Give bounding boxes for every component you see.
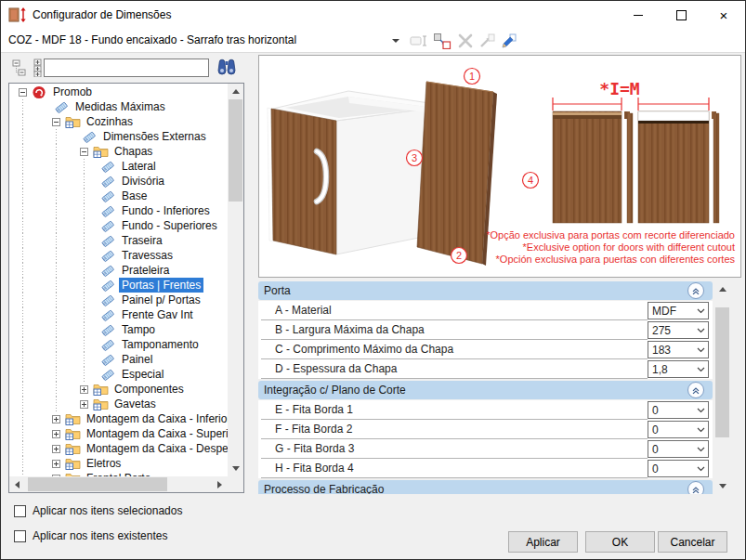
aplicar-button[interactable]: Aplicar [508,531,578,553]
tree-item-frente-gav-int[interactable]: Frente Gav Int [9,307,228,322]
tree-item-divisoria[interactable]: Divisória [9,174,228,189]
tree-item-promob[interactable]: Promob [9,85,228,99]
section-header-processo-de-fabricacao[interactable]: Processo de Fabricação [258,480,713,494]
tree-item-label: Lateral [119,159,159,174]
tree-item-montagem-da-caixa-despen[interactable]: Montagem da Caixa - Despen [9,441,228,456]
property-value: 0 [652,462,659,475]
close-button[interactable]: × [702,1,745,29]
collapse-section-icon[interactable] [687,481,704,494]
scroll-down-icon[interactable] [714,478,730,494]
property-value-dropdown[interactable]: MDF [648,302,709,319]
tree-item-painel[interactable]: Painel [9,352,228,367]
tree-item-dimensoes-externas[interactable]: Dimensões Externas [9,129,228,144]
property-value-dropdown[interactable]: 0 [648,421,709,438]
cancelar-button[interactable]: Cancelar [658,531,727,553]
tree-item-label: Portas | Frentes [119,278,203,293]
property-label: D - Espessura da Chapa [261,359,648,379]
horizontal-scroll-thumb[interactable] [28,477,167,491]
tree-item-montagem-da-caixa-superio[interactable]: Montagem da Caixa - Superio [9,426,228,441]
collapse-icon[interactable] [52,118,60,126]
vertical-scroll-thumb[interactable] [229,99,242,202]
scroll-left-icon[interactable] [9,476,25,492]
property-value-dropdown[interactable]: 275 [648,321,709,339]
expand-icon[interactable] [52,430,60,438]
delete-icon[interactable] [455,31,476,50]
tree-item-base[interactable]: Base [9,189,228,203]
tree-horizontal-scrollbar[interactable] [9,476,228,492]
tree-item-label: Fundo - Inferiores [119,203,213,218]
checkbox-icon[interactable] [14,505,26,517]
tree-item-cozinhas[interactable]: Cozinhas [9,114,228,129]
folder-icon [65,457,81,471]
tree-item-label: Base [119,189,150,203]
properties-scrollbar[interactable] [714,281,730,494]
property-value-dropdown[interactable]: 183 [648,341,709,358]
section-header-porta[interactable]: Porta [258,281,713,300]
minimize-button[interactable] [617,1,660,29]
property-value: 0 [652,423,659,436]
tree-item-fundo-superiores[interactable]: Fundo - Superiores [9,218,228,233]
tree-item-travessas[interactable]: Travessas [9,248,228,263]
property-value-dropdown[interactable]: 0 [648,401,709,419]
tree-item-label: Montagem da Caixa - Despen [84,441,228,456]
tree-item-painel-p-portas[interactable]: Painel p/ Portas [9,293,228,307]
scroll-down-icon[interactable] [228,461,243,476]
folder-icon [93,383,109,397]
collapse-all-icon[interactable] [12,59,29,77]
section-header-integracao-c-plano-de-corte[interactable]: Integração c/ Plano de Corte [258,381,713,399]
search-input[interactable] [44,59,209,77]
property-value-dropdown[interactable]: 0 [648,460,709,477]
tree-item-chapas[interactable]: Chapas [9,144,228,159]
maximize-button[interactable] [660,1,702,29]
tree-item-label: Divisória [119,174,167,189]
title-bar[interactable]: Configurador de Dimensões × [1,1,745,29]
tree-item-traseira[interactable]: Traseira [9,233,228,248]
ok-button[interactable]: OK [585,531,655,553]
expand-icon[interactable] [80,400,88,409]
folder-icon [93,145,109,159]
chevron-down-icon[interactable] [392,39,399,43]
tree-item-gavetas[interactable]: Gavetas [9,397,228,411]
tree-item-montagem-da-caixa-inferior[interactable]: Montagem da Caixa - Inferior [9,411,228,426]
tag-icon [100,293,116,307]
apply-arrow-icon[interactable] [477,31,497,50]
tree-item-label: Painel [119,352,155,367]
tree-item-componentes[interactable]: Componentes [9,382,228,397]
tree-vertical-scrollbar[interactable] [228,84,243,476]
tree-item-prateleira[interactable]: Prateleira [9,263,228,278]
tree-item-tampo[interactable]: Tampo [9,322,228,337]
edit-icon[interactable] [498,31,518,50]
apply-existing-label: Aplicar nos itens existentes [33,529,167,542]
collapse-section-icon[interactable] [687,382,704,398]
checkbox-icon[interactable] [14,530,26,542]
preview-panel: *I=M 1 2 3 4 *Opção exclusiva para porta… [258,55,741,278]
tree-item-portas-frentes[interactable]: Portas | Frentes [9,278,228,293]
collapse-icon[interactable] [19,88,27,97]
scroll-right-icon[interactable] [212,476,228,492]
tree-item-lateral[interactable]: Lateral [9,159,228,174]
expand-icon[interactable] [52,445,60,453]
collapse-section-icon[interactable] [687,282,704,299]
expand-icon[interactable] [52,415,60,423]
tree-item-label: Prateleira [119,263,172,278]
tree-item-fundo-inferiores[interactable]: Fundo - Inferiores [9,203,228,218]
tree-item-medidas-maximas[interactable]: Medidas Máximas [9,99,228,114]
property-value-dropdown[interactable]: 0 [648,440,709,458]
tree-item-eletros[interactable]: Eletros [9,456,228,471]
rename-icon[interactable] [409,31,429,50]
scroll-up-icon[interactable] [228,84,243,99]
apply-existing-checkbox-row[interactable]: Aplicar nos itens existentes [14,529,167,542]
apply-selected-checkbox-row[interactable]: Aplicar nos itens selecionados [14,504,182,517]
expand-icon[interactable] [80,385,88,394]
collapse-icon[interactable] [80,148,88,156]
vertical-scroll-thumb[interactable] [715,307,729,437]
tree-item-especial[interactable]: Especial [9,367,228,382]
search-binoculars-icon[interactable] [216,58,238,78]
duplicate-icon[interactable] [432,31,452,50]
preset-combobox[interactable]: COZ - MDF 18 - Fundo encaixado - Sarrafo… [8,33,296,46]
tree-item-tamponamento[interactable]: Tamponamento [9,337,228,352]
property-row-c-comprimento-maximo-da-chapa: C - Comprimento Máximo da Chapa183 [258,340,713,359]
property-value-dropdown[interactable]: 1,8 [648,360,709,378]
scroll-up-icon[interactable] [714,281,730,297]
expand-icon[interactable] [52,460,60,468]
